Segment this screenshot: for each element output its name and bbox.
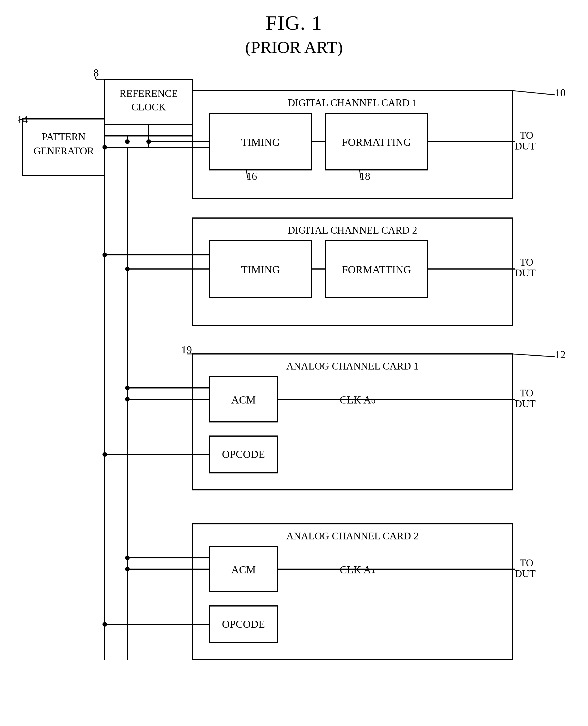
ref-clock-label2: CLOCK: [131, 101, 166, 113]
to-dut-2: TO: [520, 256, 533, 268]
label-18: 18: [359, 170, 370, 182]
acm1-label: ACM: [231, 394, 256, 406]
dcc2-label: DIGITAL CHANNEL CARD 2: [288, 225, 417, 236]
svg-point-47: [125, 386, 130, 390]
svg-line-12: [512, 90, 555, 95]
ref-clock-label: REFERENCE: [120, 88, 178, 99]
opcode2-label: OPCODE: [222, 618, 265, 630]
to-dut-4b: DUT: [515, 568, 536, 579]
timing2-label: TIMING: [241, 264, 280, 275]
acm2-label: ACM: [231, 564, 256, 576]
formatting2-label: FORMATTING: [342, 264, 411, 275]
to-dut-1b: DUT: [515, 141, 536, 152]
pattern-gen-label2: GENERATOR: [34, 145, 94, 157]
acc2-label: ANALOG CHANNEL CARD 2: [286, 530, 419, 542]
opcode1-label: OPCODE: [222, 448, 265, 460]
formatting1-label: FORMATTING: [342, 136, 411, 148]
label-12: 12: [555, 349, 566, 360]
diagram: REFERENCE CLOCK 8 PATTERN GENERATOR 14 D…: [0, 48, 588, 726]
svg-point-64: [125, 139, 130, 144]
page-title: FIG. 1: [0, 0, 588, 35]
label-10: 10: [555, 87, 566, 99]
svg-point-51: [125, 556, 130, 560]
label-8: 8: [93, 67, 99, 79]
label-16: 16: [246, 170, 257, 182]
pattern-gen-label1: PATTERN: [42, 131, 86, 142]
to-dut-3: TO: [520, 387, 533, 399]
timing1-label: TIMING: [241, 136, 280, 148]
svg-point-49: [103, 452, 107, 457]
to-dut-2b: DUT: [515, 267, 536, 278]
to-dut-3b: DUT: [515, 398, 536, 410]
dcc1-label: DIGITAL CHANNEL CARD 1: [288, 97, 417, 108]
svg-point-58: [125, 567, 130, 572]
to-dut-4: TO: [520, 557, 533, 568]
to-dut-1: TO: [520, 130, 533, 141]
svg-line-23: [512, 354, 555, 357]
label-14: 14: [17, 113, 28, 125]
svg-point-56: [125, 397, 130, 401]
acc1-label: ANALOG CHANNEL CARD 1: [286, 360, 419, 372]
